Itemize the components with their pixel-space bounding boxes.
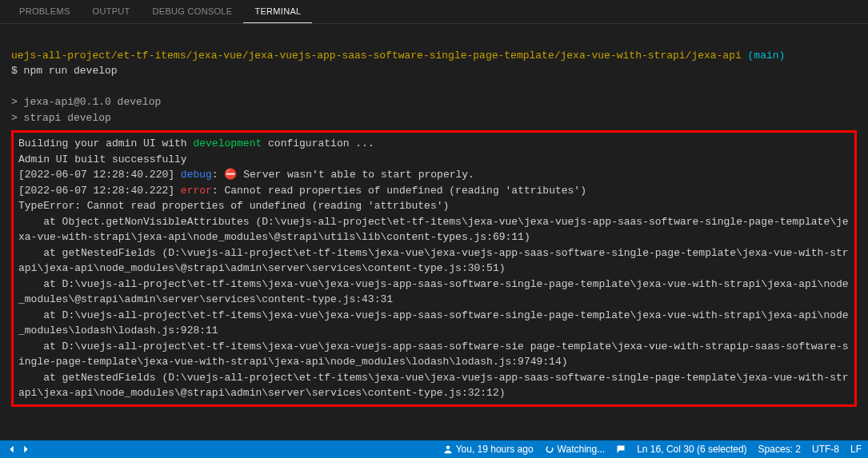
- build-msg-suffix: configuration ...: [262, 137, 374, 149]
- eol-text: LF: [850, 444, 862, 455]
- svg-point-0: [446, 446, 450, 450]
- stack-frame: at D:\vuejs-all-project\et-tf-items\jexa…: [18, 341, 849, 368]
- debug-message: Server wasn't able to start properly.: [237, 169, 474, 181]
- feedback-status[interactable]: [616, 444, 626, 454]
- feedback-icon: [616, 444, 626, 454]
- loading-icon: [545, 444, 554, 454]
- panel-tabs: PROBLEMS OUTPUT DEBUG CONSOLE TERMINAL: [0, 0, 868, 24]
- cwd-path: uejs-all-project/et-tf-items/jexa-vue/je…: [11, 50, 742, 62]
- build-success: Admin UI built successfully: [18, 153, 187, 165]
- encoding-status[interactable]: UTF-8: [812, 444, 839, 455]
- build-mode: development: [193, 137, 262, 149]
- tab-output[interactable]: OUTPUT: [82, 0, 142, 23]
- npm-script-line: > strapi develop: [11, 112, 111, 124]
- log-level-error: error: [181, 185, 212, 197]
- cursor-position-status[interactable]: Ln 16, Col 30 (6 selected): [637, 444, 746, 455]
- log-timestamp: [2022-06-07 12:28:40.220]: [18, 169, 181, 181]
- encoding-text: UTF-8: [812, 444, 839, 455]
- indentation-text: Spaces: 2: [758, 444, 801, 455]
- tab-problems[interactable]: PROBLEMS: [8, 0, 82, 23]
- no-entry-icon: ⛔: [224, 167, 237, 183]
- log-colon: :: [212, 169, 225, 181]
- build-msg-prefix: Building your admin UI with: [18, 137, 193, 149]
- indentation-status[interactable]: Spaces: 2: [758, 444, 801, 455]
- stack-frame: at D:\vuejs-all-project\et-tf-items\jexa…: [18, 309, 849, 337]
- log-colon: :: [212, 185, 225, 197]
- error-highlight-box: Building your admin UI with development …: [11, 130, 857, 407]
- stack-frame: at D:\vuejs-all-project\et-tf-items\jexa…: [18, 278, 849, 306]
- type-error-line: TypeError: Cannot read properties of und…: [18, 200, 449, 212]
- svg-point-1: [546, 446, 553, 452]
- log-timestamp: [2022-06-07 12:28:40.222]: [18, 185, 181, 197]
- person-icon: [443, 444, 453, 454]
- error-message: Cannot read properties of undefined (rea…: [224, 185, 586, 197]
- stack-frame: at getNestedFields (D:\vuejs-all-project…: [18, 372, 849, 400]
- tab-debug-console[interactable]: DEBUG CONSOLE: [142, 0, 244, 23]
- prompt-symbol: $: [11, 65, 24, 77]
- terminal-output[interactable]: uejs-all-project/et-tf-items/jexa-vue/je…: [0, 24, 868, 440]
- git-blame-status[interactable]: You, 19 hours ago: [443, 444, 534, 455]
- eol-status[interactable]: LF: [850, 444, 862, 455]
- stack-frame: at getNestedFields (D:\vuejs-all-project…: [18, 247, 849, 275]
- git-blame-text: You, 19 hours ago: [456, 444, 534, 455]
- tsc-watch-status[interactable]: Watching...: [545, 444, 606, 455]
- command-text: npm run develop: [24, 65, 118, 77]
- npm-script-line: > jexa-api@0.1.0 develop: [11, 96, 161, 108]
- stack-frame: at Object.getNonVisibleAttributes (D:\vu…: [18, 216, 849, 244]
- status-bar: You, 19 hours ago Watching... Ln 16, Col…: [0, 440, 868, 458]
- cursor-position-text: Ln 16, Col 30 (6 selected): [637, 444, 746, 455]
- tab-terminal[interactable]: TERMINAL: [243, 0, 312, 23]
- watch-text: Watching...: [558, 444, 606, 455]
- chevron-left-icon[interactable]: [6, 444, 18, 455]
- chevron-right-icon[interactable]: [20, 444, 31, 455]
- git-branch: (main): [748, 50, 786, 62]
- log-level-debug: debug: [181, 169, 212, 181]
